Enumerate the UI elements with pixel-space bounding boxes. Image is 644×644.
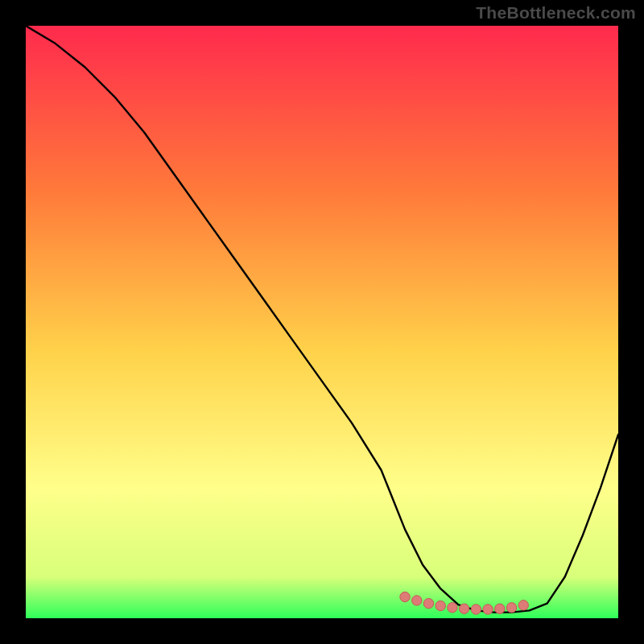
gradient-background (26, 26, 618, 618)
optimal-marker (459, 604, 469, 613)
chart-frame: TheBottleneck.com (0, 0, 644, 644)
optimal-marker (495, 604, 505, 613)
optimal-marker (423, 598, 433, 608)
optimal-marker (400, 592, 410, 601)
plot-area (26, 26, 618, 618)
optimal-marker (412, 596, 422, 605)
optimal-marker (448, 603, 457, 613)
optimal-marker (518, 601, 528, 610)
bottleneck-chart (26, 26, 618, 618)
optimal-marker (436, 601, 445, 610)
optimal-marker (506, 603, 516, 613)
optimal-marker (483, 605, 493, 614)
watermark-text: TheBottleneck.com (476, 3, 636, 23)
optimal-marker (471, 605, 481, 614)
